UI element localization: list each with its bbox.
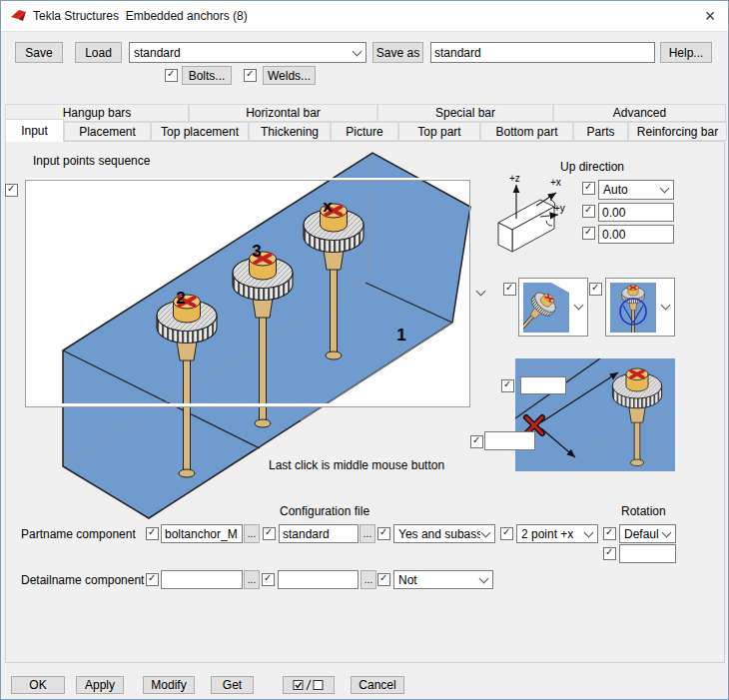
partname-assembly-value: Yes and subasser <box>398 527 480 541</box>
bolts-button[interactable]: Bolts... <box>182 66 232 85</box>
rotation-dropdown[interactable]: Defaul <box>619 524 676 543</box>
welds-checkbox[interactable] <box>244 69 257 82</box>
updir-y-input[interactable] <box>598 225 674 244</box>
partname-config-browse-button[interactable]: ... <box>360 524 375 543</box>
chevron-down-icon <box>661 301 671 311</box>
modify-button[interactable]: Modify <box>143 676 195 694</box>
axis-label-z: +z <box>509 173 520 184</box>
partname-points-value: 2 point +x <box>521 527 583 541</box>
help-button[interactable]: Help... <box>660 42 712 63</box>
updir-x-input[interactable] <box>598 203 674 222</box>
offset-top-checkbox[interactable] <box>501 379 514 392</box>
partname-points-dropdown[interactable]: 2 point +x <box>516 524 598 543</box>
tab-horizontal-bar[interactable]: Horizontal bar <box>189 104 377 122</box>
detailname-config-checkbox[interactable] <box>262 573 275 586</box>
chevron-down-icon <box>660 184 670 194</box>
settings-combobox-value: standard <box>134 46 352 60</box>
partname-rotation-checkbox[interactable] <box>603 527 616 540</box>
tab-reinforcing-bar[interactable]: Reinforcing bar <box>628 122 727 141</box>
detailname-name-browse-button[interactable]: ... <box>244 570 260 589</box>
anchor-symbol-combobox[interactable] <box>605 278 675 337</box>
title-bar: Tekla Structures Embedded anchors (8) × <box>1 1 728 32</box>
partname-rotation-extra-checkbox[interactable] <box>603 547 616 560</box>
partname-assembly-dropdown[interactable]: Yes and subasser <box>393 524 495 543</box>
partname-name-checkbox[interactable] <box>146 527 159 540</box>
load-button[interactable]: Load <box>75 42 122 63</box>
point-label-3: 3 <box>252 242 261 261</box>
detailname-name-checkbox[interactable] <box>146 573 159 586</box>
tab-picture[interactable]: Picture <box>331 122 398 141</box>
axis-label-y: +y <box>554 203 565 214</box>
updir-x-checkbox[interactable] <box>582 205 595 218</box>
input-points-picture: x 3 2 1 <box>1 141 492 540</box>
pic2-checkbox[interactable] <box>589 283 602 296</box>
detailname-mode-value: Not <box>398 573 478 587</box>
offset-top-input[interactable] <box>520 376 566 394</box>
partname-label: Partname component <box>21 527 136 541</box>
chevron-down-icon <box>479 573 489 583</box>
tekla-logo-icon <box>10 8 27 25</box>
offset-bottom-input[interactable] <box>484 431 535 450</box>
chevron-down-icon <box>662 527 672 537</box>
tab-parts[interactable]: Parts <box>573 122 628 141</box>
tab-top-part[interactable]: Top part <box>398 122 480 141</box>
tab-special-bar[interactable]: Special bar <box>377 104 553 122</box>
chevron-down-icon <box>584 527 594 537</box>
rotation-value: Defaul <box>624 527 661 541</box>
tab-top-placement[interactable]: Top placement <box>151 122 249 141</box>
point-label-1: 1 <box>396 326 405 345</box>
window-title: Tekla Structures Embedded anchors (8) <box>33 9 248 23</box>
partname-points-checkbox[interactable] <box>500 527 513 540</box>
chevron-down-icon <box>481 527 491 537</box>
detailname-config-browse-button[interactable]: ... <box>361 570 376 589</box>
picture-title: Input points sequence <box>33 154 150 168</box>
rotation-label: Rotation <box>621 504 666 518</box>
pic1-checkbox[interactable] <box>503 283 516 296</box>
main-picture-checkbox[interactable] <box>5 184 18 197</box>
get-button[interactable]: Get <box>211 676 254 694</box>
partname-name-browse-button[interactable]: ... <box>244 524 260 543</box>
ok-button[interactable]: OK <box>11 676 65 694</box>
chevron-down-icon <box>574 301 584 311</box>
apply-button[interactable]: Apply <box>76 676 124 694</box>
close-icon[interactable]: × <box>696 3 724 29</box>
detailname-name-input[interactable] <box>161 570 243 589</box>
partname-name-input[interactable] <box>161 524 243 543</box>
save-button[interactable]: Save <box>15 42 63 63</box>
chevron-down-icon <box>353 46 363 56</box>
settings-combobox[interactable]: standard <box>129 42 366 63</box>
point-label-2: 2 <box>176 289 185 308</box>
detailname-config-input[interactable] <box>278 570 359 589</box>
offset-bottom-checkbox[interactable] <box>470 435 483 448</box>
anchor-style-combobox[interactable] <box>518 278 588 337</box>
tab-advanced[interactable]: Advanced <box>553 104 726 122</box>
detailname-mode-checkbox[interactable] <box>377 573 390 586</box>
toggle-all-checkboxes-button[interactable] <box>283 676 335 694</box>
updir-y-checkbox[interactable] <box>582 227 595 240</box>
tab-thickening[interactable]: Thickening <box>249 122 331 141</box>
bolts-checkbox[interactable] <box>165 69 178 82</box>
tab-bottom-part[interactable]: Bottom part <box>480 122 573 141</box>
welds-button[interactable]: Welds... <box>263 66 316 85</box>
tab-input[interactable]: Input <box>5 119 64 142</box>
anchor-tilted-image <box>523 283 569 333</box>
updir-auto-checkbox[interactable] <box>582 182 595 195</box>
updir-mode-dropdown[interactable]: Auto <box>598 180 674 200</box>
axis-label-x: +x <box>550 177 561 188</box>
detailname-mode-dropdown[interactable]: Not <box>393 570 493 589</box>
updir-mode-value: Auto <box>603 183 659 197</box>
detailname-label: Detailname component <box>21 573 144 587</box>
configuration-file-label: Configuration file <box>280 504 369 518</box>
axis-orientation-icon: +z +x +y <box>490 169 568 261</box>
cancel-button[interactable]: Cancel <box>351 676 404 694</box>
rotation-extra-input[interactable] <box>619 544 676 563</box>
partname-config-checkbox[interactable] <box>263 527 276 540</box>
partname-config-input[interactable] <box>279 524 359 543</box>
save-as-button[interactable]: Save as <box>372 42 423 63</box>
tab-placement[interactable]: Placement <box>64 122 151 141</box>
save-as-input[interactable] <box>430 42 655 63</box>
offset-detail-image <box>515 358 675 471</box>
partname-assembly-checkbox[interactable] <box>377 527 390 540</box>
dialog-window: Tekla Structures Embedded anchors (8) × … <box>0 0 729 700</box>
checked-unchecked-toggle-icon <box>293 679 325 691</box>
